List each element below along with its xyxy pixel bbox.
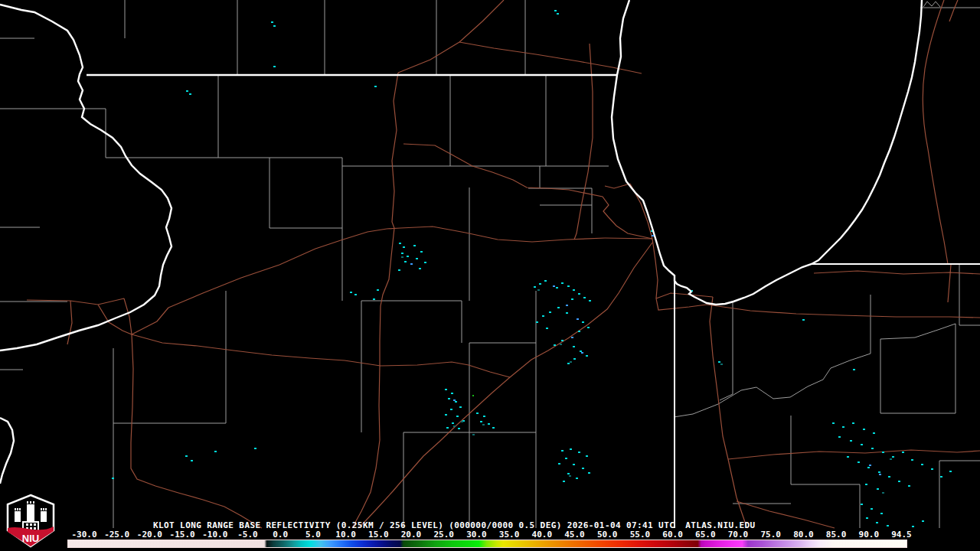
radar-echo	[583, 297, 586, 298]
radar-echo	[890, 458, 892, 460]
radar-echo	[539, 283, 541, 285]
radar-echo	[582, 321, 584, 323]
radar-echo	[651, 230, 652, 232]
radar-echo	[445, 389, 447, 390]
radar-echo	[570, 361, 572, 363]
radar-echo	[554, 10, 557, 11]
radar-echo	[410, 263, 413, 265]
radar-echo	[842, 426, 844, 428]
radar-echo	[561, 450, 564, 452]
radar-echo	[652, 235, 654, 236]
tick-label: 35.0	[499, 530, 520, 540]
radar-echo	[588, 472, 590, 474]
radar-echo	[401, 256, 403, 258]
radar-echo	[850, 440, 852, 442]
radar-echo	[553, 285, 555, 287]
radar-echo	[873, 432, 875, 434]
radar-echo	[578, 293, 580, 295]
radar-echo	[448, 398, 450, 399]
radar-echo	[476, 412, 479, 414]
radar-echo	[407, 256, 409, 257]
tick-label: 85.0	[826, 530, 847, 540]
radar-echo	[374, 86, 377, 87]
radar-echo	[908, 485, 910, 487]
radar-echo	[492, 427, 495, 429]
radar-echo	[922, 520, 924, 522]
tick-label: 65.0	[695, 530, 716, 540]
radar-echo	[350, 292, 352, 293]
tick-label: 20.0	[401, 530, 422, 540]
radar-echo	[573, 358, 576, 360]
colorbar	[67, 540, 907, 548]
radar-echo	[589, 300, 591, 302]
tick-label: 0.0	[273, 530, 288, 540]
tick-label: -10.0	[202, 530, 227, 540]
radar-echo	[865, 484, 867, 485]
radar-echo	[546, 328, 548, 329]
niu-logo: NIU	[3, 493, 58, 549]
radar-echo	[398, 269, 400, 271]
tick-label: 80.0	[793, 530, 814, 540]
radar-echo	[882, 492, 884, 494]
radar-echo	[880, 513, 883, 514]
radar-echo	[189, 93, 191, 95]
tick-label: 10.0	[335, 530, 356, 540]
radar-echo	[461, 421, 463, 422]
radar-echo	[847, 456, 849, 458]
radar-echo	[112, 478, 114, 479]
radar-echo	[569, 475, 571, 477]
radar-map	[0, 0, 980, 551]
radar-echo	[416, 258, 418, 259]
radar-echo	[720, 364, 723, 365]
radar-echo	[582, 468, 584, 469]
radar-echo	[273, 66, 276, 67]
radar-echo	[536, 321, 538, 323]
radar-echo	[561, 282, 564, 284]
tick-label: 40.0	[532, 530, 553, 540]
radar-echo	[271, 21, 273, 23]
radar-echo	[838, 436, 841, 438]
radar-echo	[561, 340, 564, 341]
radar-echo	[403, 246, 405, 248]
map-background	[0, 0, 980, 551]
radar-echo	[542, 315, 544, 317]
radar-echo	[863, 429, 865, 430]
radar-echo	[557, 307, 560, 308]
radar-echo	[420, 251, 423, 253]
radar-echo	[451, 393, 453, 394]
radar-echo	[949, 471, 952, 472]
radar-echo	[580, 350, 582, 352]
colorbar-ticks: -30.0-25.0-20.0-15.0-10.0-5.00.05.010.01…	[0, 530, 980, 539]
radar-echo	[455, 401, 457, 403]
radar-echo	[452, 422, 454, 424]
radar-echo	[556, 287, 558, 289]
radar-echo	[858, 461, 860, 463]
radar-echo	[480, 421, 482, 422]
radar-echo	[488, 423, 490, 425]
tick-label: 55.0	[630, 530, 651, 540]
tick-label: 45.0	[564, 530, 585, 540]
tick-label: 75.0	[760, 530, 781, 540]
radar-echo	[871, 448, 874, 449]
radar-echo	[419, 268, 421, 269]
radar-echo	[483, 416, 485, 417]
radar-echo	[558, 463, 560, 465]
radar-echo	[578, 452, 580, 453]
radar-echo	[867, 467, 870, 468]
tick-label: 5.0	[305, 530, 321, 540]
radar-echo	[577, 318, 579, 320]
radar-echo	[567, 285, 570, 287]
radar-echo	[560, 344, 562, 345]
tick-label: 70.0	[728, 530, 749, 540]
niu-logo-text: NIU	[22, 533, 39, 544]
radar-echo	[537, 289, 540, 291]
radar-echo	[853, 369, 855, 370]
radar-echo	[571, 298, 573, 300]
radar-echo	[877, 488, 879, 490]
radar-echo	[453, 399, 456, 401]
radar-echo	[214, 451, 217, 452]
radar-echo	[456, 416, 459, 417]
radar-echo	[534, 286, 536, 288]
radar-echo	[191, 460, 193, 461]
radar-echo	[373, 298, 375, 300]
